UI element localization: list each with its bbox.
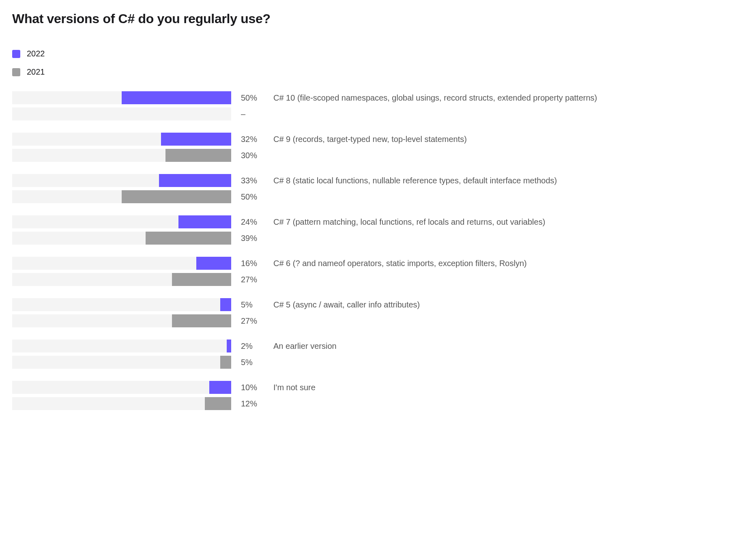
bar-value: 39% — [241, 232, 269, 245]
bar-track — [12, 215, 231, 228]
chart-title: What versions of C# do you regularly use… — [12, 11, 744, 26]
bar-track — [12, 107, 231, 120]
chart-group: 16%27%C# 6 (? and nameof operators, stat… — [12, 257, 744, 286]
bar-track — [12, 91, 231, 104]
legend-label: 2022 — [27, 49, 45, 58]
bar-track — [12, 174, 231, 187]
bar-value: 5% — [241, 298, 269, 311]
bar-fill — [146, 232, 231, 245]
values-column: 50%– — [231, 91, 269, 120]
chart-group: 50%–C# 10 (file-scoped namespaces, globa… — [12, 91, 744, 120]
bar-fill — [122, 190, 231, 203]
bar-track — [12, 232, 231, 245]
chart-page: What versions of C# do you regularly use… — [0, 0, 756, 447]
bar-value: 12% — [241, 397, 269, 410]
bar-value: 27% — [241, 273, 269, 286]
bar-fill — [178, 215, 231, 228]
bar-track — [12, 273, 231, 286]
category-label: C# 9 (records, target-typed new, top-lev… — [269, 133, 744, 146]
bar-track — [12, 298, 231, 311]
bar-value: 27% — [241, 314, 269, 327]
chart-group: 32%30%C# 9 (records, target-typed new, t… — [12, 133, 744, 162]
category-label: I'm not sure — [269, 381, 744, 394]
values-column: 33%50% — [231, 174, 269, 203]
values-column: 16%27% — [231, 257, 269, 286]
values-column: 10%12% — [231, 381, 269, 410]
bar-fill — [172, 273, 231, 286]
bar-fill — [220, 356, 231, 369]
category-label: C# 10 (file-scoped namespaces, global us… — [269, 91, 744, 104]
chart-group: 10%12%I'm not sure — [12, 381, 744, 410]
bar-fill — [220, 298, 231, 311]
bar-value: 32% — [241, 133, 269, 146]
category-label: C# 7 (pattern matching, local functions,… — [269, 215, 744, 228]
bar-track — [12, 397, 231, 410]
bar-value: 5% — [241, 356, 269, 369]
bar-track — [12, 356, 231, 369]
bar-track — [12, 381, 231, 394]
bar-value: 10% — [241, 381, 269, 394]
category-label: An earlier version — [269, 340, 744, 352]
values-column: 24%39% — [231, 215, 269, 245]
bars-column — [12, 174, 231, 203]
category-label: C# 5 (async / await, caller info attribu… — [269, 298, 744, 311]
bars-column — [12, 257, 231, 286]
bars-column — [12, 381, 231, 410]
legend-label: 2021 — [27, 67, 45, 77]
chart-group: 24%39%C# 7 (pattern matching, local func… — [12, 215, 744, 245]
bar-fill — [161, 133, 231, 146]
bar-value: – — [241, 107, 269, 120]
bar-track — [12, 257, 231, 270]
legend-swatch — [12, 68, 20, 76]
chart-group: 2%5%An earlier version — [12, 340, 744, 369]
bars-column — [12, 298, 231, 327]
bar-value: 50% — [241, 91, 269, 104]
bar-track — [12, 149, 231, 162]
chart-area: 50%–C# 10 (file-scoped namespaces, globa… — [12, 91, 744, 410]
bar-track — [12, 314, 231, 327]
bar-value: 30% — [241, 149, 269, 162]
bars-column — [12, 133, 231, 162]
legend: 20222021 — [12, 49, 744, 77]
bar-fill — [227, 340, 231, 352]
bar-fill — [172, 314, 231, 327]
category-label: C# 6 (? and nameof operators, static imp… — [269, 257, 744, 270]
legend-item: 2022 — [12, 49, 744, 58]
values-column: 32%30% — [231, 133, 269, 162]
bar-fill — [205, 397, 231, 410]
bars-column — [12, 91, 231, 120]
bars-column — [12, 340, 231, 369]
bar-fill — [165, 149, 231, 162]
values-column: 2%5% — [231, 340, 269, 369]
bar-fill — [196, 257, 231, 270]
bar-fill — [159, 174, 231, 187]
bar-fill — [122, 91, 231, 104]
bar-value: 16% — [241, 257, 269, 270]
chart-group: 5%27%C# 5 (async / await, caller info at… — [12, 298, 744, 327]
bar-value: 50% — [241, 190, 269, 203]
bars-column — [12, 215, 231, 245]
values-column: 5%27% — [231, 298, 269, 327]
legend-item: 2021 — [12, 67, 744, 77]
bar-value: 33% — [241, 174, 269, 187]
bar-track — [12, 190, 231, 203]
chart-group: 33%50%C# 8 (static local functions, null… — [12, 174, 744, 203]
bar-value: 2% — [241, 340, 269, 352]
bar-track — [12, 133, 231, 146]
legend-swatch — [12, 50, 20, 58]
category-label: C# 8 (static local functions, nullable r… — [269, 174, 744, 187]
bar-track — [12, 340, 231, 352]
bar-fill — [209, 381, 231, 394]
bar-value: 24% — [241, 215, 269, 228]
